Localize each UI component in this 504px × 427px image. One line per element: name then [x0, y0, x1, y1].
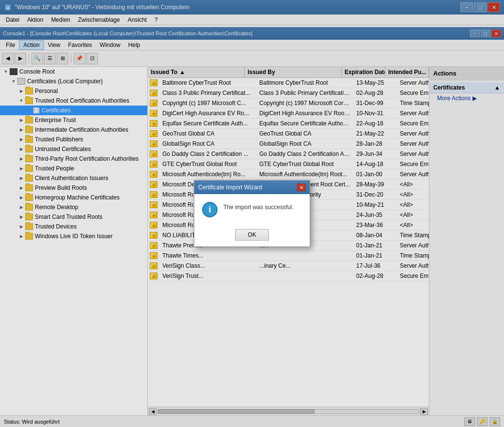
dialog-title-text: Certificate Import Wizard: [198, 184, 262, 191]
dialog-overlay: Certificate Import Wizard ✕ i The import…: [0, 0, 504, 427]
dialog-message: The import was successful.: [223, 202, 294, 211]
dialog-close-button[interactable]: ✕: [297, 183, 306, 191]
certificate-import-dialog: Certificate Import Wizard ✕ i The import…: [194, 180, 310, 247]
dialog-ok-button[interactable]: OK: [235, 229, 269, 241]
dialog-content: i The import was successful.: [194, 194, 310, 225]
dialog-buttons: OK: [194, 225, 310, 246]
dialog-info-icon: i: [202, 202, 218, 217]
dialog-title-bar: Certificate Import Wizard ✕: [194, 181, 310, 194]
